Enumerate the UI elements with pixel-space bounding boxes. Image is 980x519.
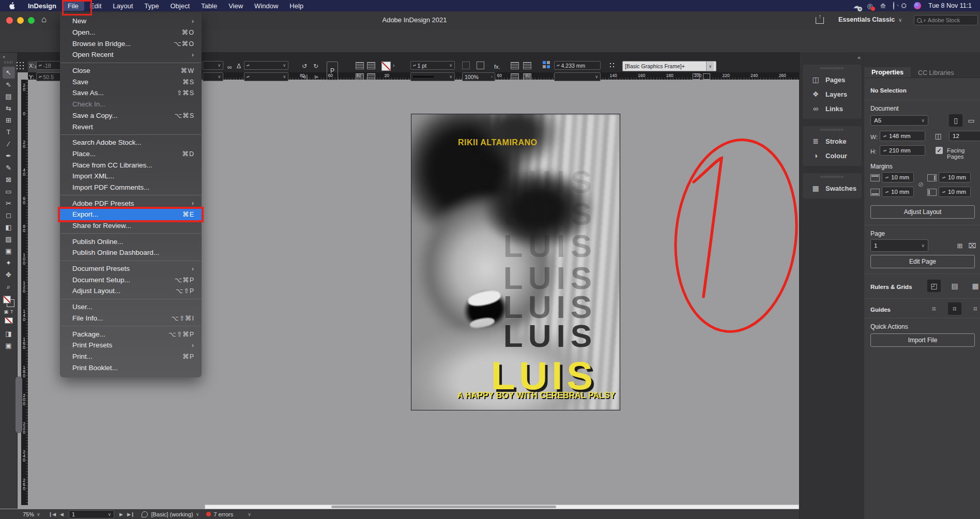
preflight-dropdown-icon[interactable]: ∨	[196, 512, 200, 517]
dock-item-stroke[interactable]: ≣Stroke	[803, 134, 862, 148]
dock-grip[interactable]	[821, 176, 844, 178]
selection-tool[interactable]: ↖	[3, 67, 15, 79]
margin-left-field[interactable]: ▴▾10 mm	[939, 187, 971, 197]
horizontal-scrollbar[interactable]	[205, 505, 799, 509]
menu-bar-item-layout[interactable]: Layout	[107, 1, 139, 11]
rotate-cw-icon[interactable]: ↻	[313, 63, 318, 70]
tab-properties[interactable]: Properties	[864, 67, 911, 78]
stroke-weight-field[interactable]: ▴▾1 pt∨	[410, 61, 455, 70]
import-file-button[interactable]: Import File	[870, 333, 975, 347]
formatting-container-icon[interactable]: ▣	[4, 309, 8, 314]
dock-item-colour[interactable]: ◑Colour	[803, 148, 862, 163]
pen-tool[interactable]: ✒	[3, 150, 15, 162]
menu-item-publish-online-dashboard[interactable]: Publish Online Dashboard...	[60, 247, 202, 258]
stroke-style-dropdown[interactable]: ∨	[410, 72, 455, 81]
menu-item-search-adobe-stock[interactable]: Search Adobe Stock...	[60, 137, 202, 148]
stroke-colour-expand[interactable]: ›	[393, 63, 394, 68]
distribute-icon-2[interactable]	[367, 73, 375, 81]
fill-stroke-indicator[interactable]	[3, 296, 14, 307]
menu-item-import-xml[interactable]: Import XML...	[60, 171, 202, 182]
menu-item-save-a-copy[interactable]: Save a Copy...⌥⌘S	[60, 110, 202, 121]
doc-height-field[interactable]: ▴▾210 mm	[880, 145, 925, 156]
adjust-layout-button[interactable]: Adjust Layout	[870, 205, 975, 219]
menu-item-print[interactable]: Print...⌘P	[60, 351, 202, 362]
type-tool[interactable]: T	[3, 126, 15, 138]
corner-options-icon[interactable]	[462, 62, 470, 69]
scissors-tool[interactable]: ✂	[3, 197, 15, 209]
menu-item-place[interactable]: Place...⌘D	[60, 148, 202, 160]
document-grid-button[interactable]: ▦	[969, 280, 980, 292]
menu-item-open[interactable]: Open...⌘O	[60, 27, 202, 38]
margin-bottom-field[interactable]: ▴▾10 mm	[882, 187, 914, 197]
flip-vertical-icon[interactable]: ⊳	[314, 74, 318, 80]
baseline-grid-button[interactable]: ▤	[948, 280, 961, 292]
menu-item-print-presets[interactable]: Print Presets›	[60, 340, 202, 351]
pencil-tool[interactable]: ✎	[3, 162, 15, 174]
menu-item-export[interactable]: Export...⌘E	[60, 209, 202, 220]
show-rulers-button[interactable]: ◰	[927, 280, 941, 292]
siri-icon[interactable]	[914, 2, 921, 9]
page-number-dropdown[interactable]: 1∨	[870, 239, 928, 252]
adobe-stock-search-input[interactable]: ∨ Adobe Stock	[914, 15, 978, 25]
dock-grip[interactable]	[821, 129, 844, 131]
note-tool[interactable]: ▣	[3, 245, 15, 257]
landscape-orientation-button[interactable]: ▭	[964, 114, 978, 127]
menu-item-browse-in-bridge[interactable]: Browse in Bridge...⌥⌘O	[60, 38, 202, 49]
menu-item-save-as[interactable]: Save As...⇧⌘S	[60, 87, 202, 99]
shear-angle-field[interactable]: ▴▾∨	[244, 72, 288, 81]
reference-point-grid[interactable]	[16, 61, 25, 70]
menu-item-document-setup[interactable]: Document Setup...⌥⌘P	[60, 274, 202, 285]
menu-item-open-recent[interactable]: Open Recent›	[60, 49, 202, 60]
colour-theme-tool[interactable]: ✦	[3, 257, 15, 269]
show-guides-button[interactable]: ⌗	[927, 302, 941, 315]
margin-right-field[interactable]: ▴▾10 mm	[939, 172, 971, 182]
menu-bar-item-edit[interactable]: Edit	[84, 1, 107, 11]
align-top-icon[interactable]	[356, 62, 364, 69]
error-count-label[interactable]: 7 errors	[213, 511, 233, 517]
style-override-icon-1[interactable]	[693, 73, 700, 80]
zoom-level-dropdown-icon[interactable]: ∨	[37, 512, 40, 517]
window-minimize-button[interactable]	[17, 17, 24, 24]
control-center-icon[interactable]: ⛭	[901, 2, 907, 10]
paragraph-formatting-toggle[interactable]: P	[327, 62, 338, 80]
page-size-dropdown[interactable]: A5∨	[870, 115, 928, 126]
screen-record-icon[interactable]: ◎	[867, 2, 872, 10]
zoom-level-value[interactable]: 75%	[23, 511, 34, 517]
tools-grip[interactable]	[4, 61, 13, 64]
page-tool[interactable]: ▤	[3, 90, 15, 102]
menu-bar-item-help[interactable]: Help	[284, 1, 309, 11]
menu-item-package[interactable]: Package...⌥⇧⌘P	[60, 328, 202, 340]
menu-item-user[interactable]: User...	[60, 301, 202, 313]
smart-guides-button[interactable]: ⌗	[969, 302, 980, 315]
distribute-icon-1[interactable]	[356, 73, 364, 81]
menu-bar-item-indesign[interactable]: InDesign	[22, 1, 62, 11]
cc-sync-icon[interactable]: ☁✕	[853, 2, 860, 10]
doc-width-field[interactable]: ▴▾148 mm	[880, 131, 925, 141]
gap-tool[interactable]: ⇆	[3, 102, 15, 114]
menu-item-new[interactable]: New›	[60, 16, 202, 27]
gap-value-field[interactable]: ▴▾4.233 mm	[554, 61, 601, 70]
margins-link-icon[interactable]: ⊘	[918, 180, 924, 188]
lock-guides-button[interactable]: ⌗	[948, 302, 961, 315]
menu-bar-item-view[interactable]: View	[223, 1, 249, 11]
menu-bar-item-type[interactable]: Type	[139, 1, 164, 11]
hand-tool[interactable]: ✥	[3, 269, 15, 281]
screen-mode-button[interactable]: ▣	[3, 340, 15, 352]
flip-horizontal-icon[interactable]: ⊲|	[302, 74, 308, 80]
window-close-button[interactable]	[6, 17, 13, 24]
first-page-button[interactable]: ❙◀	[49, 512, 56, 517]
menu-item-share-for-review[interactable]: Share for Review...	[60, 220, 202, 232]
align-to-dropdown[interactable]: ∨	[554, 72, 601, 81]
menu-item-save[interactable]: Save⌘S	[60, 76, 202, 87]
home-icon[interactable]: ⌂	[41, 14, 47, 25]
menu-item-file-info[interactable]: File Info...⌥⇧⌘I	[60, 313, 202, 324]
menu-item-adjust-layout[interactable]: Adjust Layout...⌥⇧P	[60, 285, 202, 297]
fill-swatch[interactable]	[3, 296, 11, 303]
facing-pages-checkbox[interactable]: ✓	[936, 147, 943, 154]
menu-item-check-in[interactable]: Check In...	[60, 99, 202, 110]
apply-colour-button[interactable]: ◨	[3, 328, 15, 340]
direct-selection-tool[interactable]: ⇖	[3, 79, 15, 90]
stroke-colour-swatch[interactable]	[381, 62, 391, 71]
text-wrap-icon-2[interactable]	[523, 73, 531, 81]
zoom-tool[interactable]: ⌕	[3, 281, 15, 293]
